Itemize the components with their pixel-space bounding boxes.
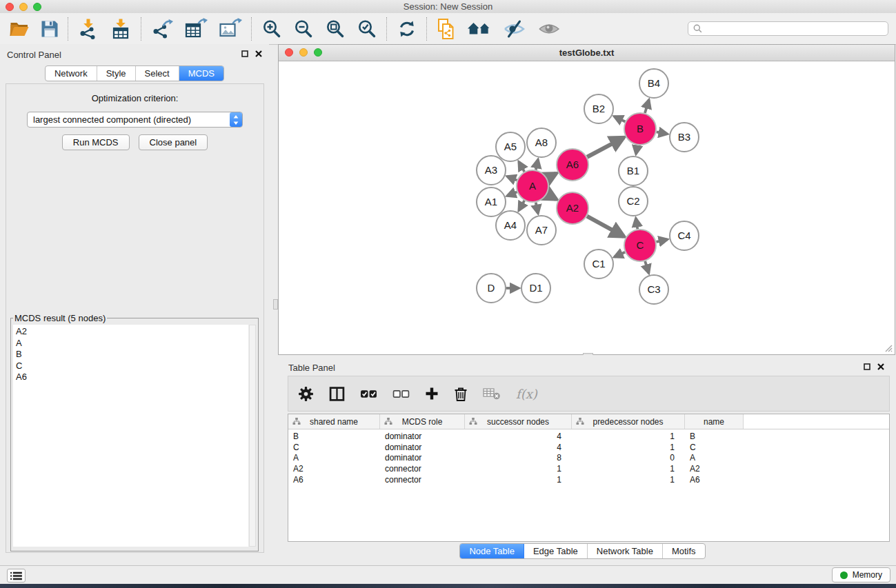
graph-node-A7[interactable]: A7	[527, 216, 556, 245]
float-panel-icon[interactable]	[864, 363, 870, 370]
show-all-icon[interactable]	[537, 21, 561, 37]
graph-node-B4[interactable]: B4	[639, 69, 668, 98]
network-canvas[interactable]: B4B2BB3A5A8A6A3AB1A1A2C2A4A7C4CC1DD1C3	[279, 61, 894, 354]
float-panel-icon[interactable]	[241, 50, 248, 57]
graph-node-A5[interactable]: A5	[496, 132, 525, 161]
column-header-name[interactable]: name	[685, 414, 744, 429]
graph-edge-A-A3[interactable]	[507, 176, 517, 180]
graph-node-C2[interactable]: C2	[619, 187, 648, 216]
function-builder-icon[interactable]: f(x)	[516, 387, 537, 401]
graph-edge-A6-B[interactable]	[587, 138, 624, 157]
refresh-view-icon[interactable]	[397, 19, 417, 39]
zoom-fit-icon[interactable]	[325, 19, 346, 39]
deselect-all-icon[interactable]	[392, 387, 410, 401]
graph-edge-C-C1[interactable]	[615, 252, 625, 257]
vertical-divider-grip[interactable]	[273, 299, 278, 310]
graph-node-B2[interactable]: B2	[584, 94, 613, 123]
search-input[interactable]	[706, 23, 888, 34]
tab-select[interactable]: Select	[136, 66, 179, 81]
graph-node-A3[interactable]: A3	[477, 156, 506, 185]
result-item[interactable]: A6	[16, 372, 248, 383]
graph-edge-B-B3[interactable]	[657, 132, 668, 134]
graph-edge-A-A6[interactable]	[547, 174, 556, 179]
result-item[interactable]: A	[16, 338, 248, 349]
graph-node-B[interactable]: B	[624, 113, 656, 145]
open-file-icon[interactable]	[9, 19, 30, 38]
column-header-predecessor-nodes[interactable]: predecessor nodes	[572, 414, 685, 429]
tab-edge-table[interactable]: Edge Table	[524, 544, 588, 558]
graph-node-A6[interactable]: A6	[557, 149, 588, 181]
graph-edge-C-C4[interactable]	[656, 239, 667, 242]
import-table-icon[interactable]	[110, 19, 132, 39]
graph-edge-A-A7[interactable]	[536, 203, 538, 214]
graph-edge-C-C2[interactable]	[636, 219, 637, 230]
first-neighbors-icon[interactable]	[467, 20, 492, 38]
graph-node-D[interactable]: D	[477, 274, 506, 303]
export-network-icon[interactable]	[151, 19, 173, 39]
zoom-selected-icon[interactable]	[357, 19, 377, 39]
graph-edge-B-B1[interactable]	[636, 145, 637, 154]
graph-node-A1[interactable]: A1	[477, 187, 506, 216]
graph-node-C4[interactable]: C4	[670, 221, 699, 250]
table-row[interactable]: A2connector11A2	[288, 463, 889, 474]
column-header-shared-name[interactable]: shared name	[288, 414, 380, 429]
graph-node-B1[interactable]: B1	[619, 156, 648, 185]
graph-edge-B-B4[interactable]	[645, 100, 649, 113]
graph-node-C[interactable]: C	[624, 230, 656, 261]
graph-edge-A2-C[interactable]	[587, 216, 624, 236]
graph-node-B3[interactable]: B3	[670, 123, 699, 152]
zoom-out-icon[interactable]	[293, 19, 314, 39]
new-network-from-selection-icon[interactable]	[437, 18, 456, 40]
graph-edge-A-A5[interactable]	[519, 162, 524, 172]
tab-node-table[interactable]: Node Table	[460, 544, 524, 558]
close-panel-icon[interactable]	[877, 363, 884, 370]
graph-edge-C-C3[interactable]	[645, 261, 648, 273]
close-panel-icon[interactable]	[255, 50, 262, 57]
save-session-icon[interactable]	[41, 20, 59, 38]
graph-node-A4[interactable]: A4	[496, 211, 525, 240]
export-image-icon[interactable]	[219, 18, 242, 39]
graph-node-A8[interactable]: A8	[527, 128, 556, 157]
window-resize-grip[interactable]	[883, 343, 893, 352]
table-row[interactable]: Bdominator41B	[288, 431, 889, 442]
result-item[interactable]: B	[16, 349, 248, 361]
column-header-MCDS-role[interactable]: MCDS role	[380, 414, 465, 429]
graph-node-C1[interactable]: C1	[584, 250, 613, 278]
tab-motifs[interactable]: Motifs	[663, 544, 705, 558]
tab-mcds[interactable]: MCDS	[179, 66, 223, 81]
graph-edge-A-A1[interactable]	[507, 192, 517, 196]
select-all-icon[interactable]	[360, 387, 377, 401]
memory-button[interactable]: Memory	[832, 567, 890, 582]
tab-network[interactable]: Network	[46, 66, 97, 81]
graph-edge-A-A2[interactable]	[547, 194, 556, 199]
table-row[interactable]: Cdominator41C	[288, 442, 889, 453]
import-network-icon[interactable]	[78, 19, 99, 39]
result-scrollbar[interactable]	[249, 325, 256, 547]
delete-row-icon[interactable]	[454, 386, 468, 402]
graph-node-C3[interactable]: C3	[639, 275, 668, 304]
hide-selected-icon[interactable]	[503, 19, 526, 39]
tab-network-table[interactable]: Network Table	[588, 544, 663, 558]
optimization-criterion-select[interactable]: largest connected component (directed)	[27, 112, 243, 128]
export-table-icon[interactable]	[184, 18, 208, 39]
search-box[interactable]	[688, 21, 888, 36]
column-header-successor-nodes[interactable]: successor nodes	[465, 414, 572, 429]
graph-edge-A-A4[interactable]	[519, 201, 524, 210]
graph-node-D1[interactable]: D1	[521, 274, 550, 303]
task-history-button[interactable]	[7, 569, 26, 582]
table-row[interactable]: A6connector11A6	[288, 474, 889, 485]
graph-node-A2[interactable]: A2	[557, 192, 588, 224]
table-row[interactable]: Adominator80A	[288, 452, 889, 463]
graph-edge-A-A8[interactable]	[536, 159, 538, 170]
delete-table-icon[interactable]	[483, 387, 501, 400]
result-item[interactable]: C	[16, 361, 248, 372]
graph-edge-B-B2[interactable]	[615, 116, 626, 122]
graph-node-A[interactable]: A	[517, 170, 548, 202]
close-panel-button[interactable]: Close panel	[139, 134, 208, 150]
result-item[interactable]: A2	[16, 326, 248, 338]
zoom-in-icon[interactable]	[261, 19, 282, 39]
table-settings-icon[interactable]	[298, 386, 314, 402]
add-row-icon[interactable]	[425, 387, 439, 401]
mcds-result-list[interactable]: A2ABCA6	[13, 325, 248, 547]
show-columns-icon[interactable]	[329, 386, 345, 402]
